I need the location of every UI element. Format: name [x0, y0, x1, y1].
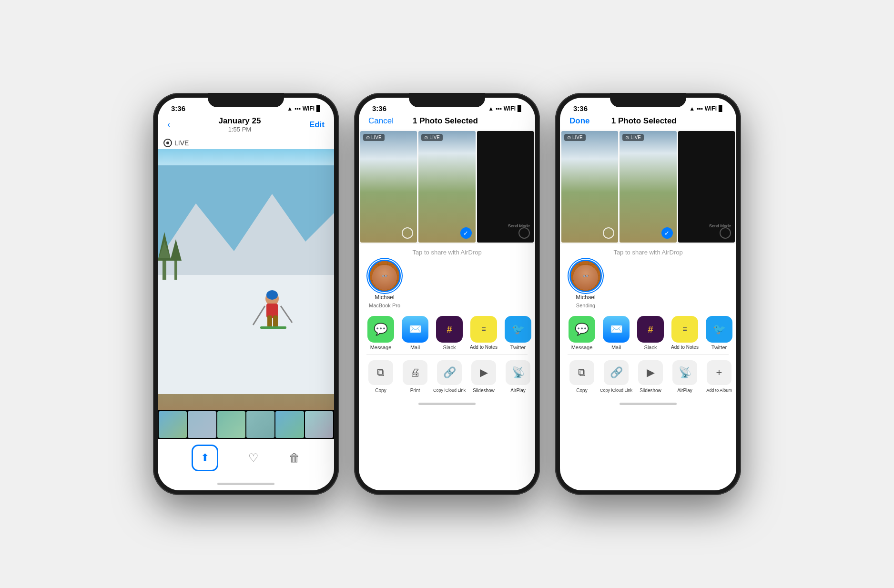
nav-subtitle: 1:55 PM — [219, 126, 261, 133]
photo-actions: ⬆ ♡ 🗑 — [158, 439, 334, 477]
back-button[interactable]: ‹ — [167, 120, 170, 130]
nav-date: January 25 — [219, 116, 261, 126]
thumb-2 — [188, 411, 216, 438]
share-button[interactable]: ⬆ — [192, 445, 218, 471]
strip-photo-3c[interactable]: Send Mode — [678, 131, 735, 243]
main-photo-1 — [158, 149, 334, 410]
add-album-label: Add to Album — [706, 388, 732, 393]
strip-photo-1[interactable]: ⊙ LIVE — [360, 131, 417, 243]
live-text-small-2: LIVE — [429, 135, 440, 140]
live-icon-3: ⊙ — [567, 135, 571, 140]
strip-photo-3a[interactable]: ⊙ LIVE — [561, 131, 618, 243]
nav-title-1: January 25 1:55 PM — [219, 116, 261, 133]
twitter-icon-3: 🐦 — [706, 316, 732, 343]
action-airplay-3[interactable]: 📡 AirPlay — [668, 360, 702, 393]
app-notes-2[interactable]: ≡ Add to Notes — [467, 316, 501, 350]
slideshow-icon: ▶ — [471, 360, 496, 385]
action-copy-3[interactable]: ⧉ Copy — [565, 360, 599, 393]
notes-label: Add to Notes — [470, 345, 498, 350]
share-title-2: 1 Photo Selected — [413, 116, 478, 126]
airdrop-sub-3: Sending — [576, 303, 595, 308]
action-icloud-3[interactable]: 🔗 Copy iCloud Link — [599, 360, 633, 393]
live-icon-3b: ⊙ — [625, 135, 629, 140]
delete-button[interactable]: 🗑 — [289, 451, 300, 465]
slideshow-label: Slideshow — [473, 388, 495, 393]
strip-photo-2[interactable]: ⊙ LIVE ✓ — [418, 131, 475, 243]
status-icons-1: ▲ ▪▪▪ WiFi ▊ — [287, 105, 321, 112]
favorite-button[interactable]: ♡ — [248, 451, 259, 465]
app-slack-3[interactable]: # Slack — [633, 316, 668, 350]
app-message-2[interactable]: 💬 Message — [364, 316, 398, 350]
wifi-icon: WiFi — [303, 105, 315, 112]
cancel-button-2[interactable]: Cancel — [368, 116, 394, 126]
wifi-icon-3: WiFi — [705, 105, 717, 112]
app-mail-2[interactable]: ✉️ Mail — [398, 316, 432, 350]
edit-button[interactable]: Edit — [309, 120, 325, 130]
battery-icon: ▊ — [316, 105, 321, 112]
thumb-5 — [275, 411, 304, 438]
location-icon-3: ▲ — [689, 105, 695, 112]
airdrop-sub-2: MacBook Pro — [369, 303, 400, 308]
home-indicator-3 — [560, 397, 736, 410]
slack-label: Slack — [443, 345, 456, 350]
add-album-icon: + — [707, 360, 731, 385]
mail-icon: ✉️ — [402, 316, 428, 343]
app-slack-2[interactable]: # Slack — [432, 316, 467, 350]
action-print-2[interactable]: 🖨 Print — [398, 360, 432, 393]
app-mail-3[interactable]: ✉️ Mail — [599, 316, 633, 350]
share-icon: ⬆ — [201, 452, 209, 464]
airdrop-label-2: Tap to share with AirDrop — [366, 249, 528, 256]
wifi-icon-2: WiFi — [504, 105, 516, 112]
live-badge-1: LIVE — [158, 137, 334, 149]
airdrop-avatars-3: 👓 Michael Sending — [568, 260, 729, 308]
print-icon: 🖨 — [403, 360, 427, 385]
app-notes-3[interactable]: ≡ Add to Notes — [668, 316, 702, 350]
svg-rect-13 — [260, 326, 286, 329]
slack-label-3: Slack — [644, 345, 657, 350]
app-message-3[interactable]: 💬 Message — [565, 316, 599, 350]
print-label: Print — [410, 388, 420, 393]
action-add-album-3[interactable]: + Add to Album — [702, 360, 736, 393]
thumbnail-strip — [158, 410, 334, 439]
live-dot-icon — [163, 139, 172, 147]
app-icons-row-3: 💬 Message ✉️ Mail # Slack ≡ Add — [560, 311, 736, 352]
airdrop-section-3: Tap to share with AirDrop 👓 Michael Send… — [560, 244, 736, 311]
action-slideshow-2[interactable]: ▶ Slideshow — [467, 360, 501, 393]
app-twitter-3[interactable]: 🐦 Twitter — [702, 316, 736, 350]
airdrop-name-2: Michael — [375, 294, 394, 301]
nav-bar-1: ‹ January 25 1:55 PM Edit — [158, 114, 334, 137]
notes-icon-3: ≡ — [671, 316, 698, 343]
slack-icon-3: # — [637, 316, 664, 343]
status-icons-2: ▲ ▪▪▪ WiFi ▊ — [488, 105, 522, 112]
notes-icon: ≡ — [470, 316, 497, 343]
thumb-3 — [217, 411, 245, 438]
selected-check: ✓ — [460, 227, 472, 239]
done-button-3[interactable]: Done — [569, 116, 590, 126]
photo-strip-2: ⊙ LIVE ⊙ LIVE ✓ Send Mode — [359, 130, 535, 244]
thumb-4 — [246, 411, 274, 438]
airdrop-person-michael-2[interactable]: 👓 Michael MacBook Pro — [368, 260, 401, 308]
airdrop-person-michael-3[interactable]: 👓 Michael Sending — [569, 260, 602, 308]
live-badge-small-3b: ⊙ LIVE — [622, 134, 644, 141]
svg-rect-11 — [267, 315, 272, 327]
twitter-icon: 🐦 — [505, 316, 531, 343]
action-slideshow-3[interactable]: ▶ Slideshow — [633, 360, 668, 393]
location-icon-2: ▲ — [488, 105, 494, 112]
svg-rect-2 — [158, 275, 334, 394]
strip-photo-3[interactable]: Send Mode — [477, 131, 534, 243]
divider-3 — [568, 354, 729, 355]
message-icon-3: 💬 — [569, 316, 595, 343]
action-icloud-2[interactable]: 🔗 Copy iCloud Link — [432, 360, 467, 393]
airdrop-avatar-michael-3: 👓 — [569, 260, 602, 292]
home-bar-3 — [620, 403, 677, 405]
app-icons-row-2: 💬 Message ✉️ Mail # Slack ≡ Add — [359, 311, 535, 352]
action-airplay-2[interactable]: 📡 AirPlay — [501, 360, 535, 393]
action-copy-2[interactable]: ⧉ Copy — [364, 360, 398, 393]
status-icons-3: ▲ ▪▪▪ WiFi ▊ — [689, 105, 723, 112]
divider-2 — [366, 354, 528, 355]
photo-strip-3: ⊙ LIVE ⊙ LIVE ✓ Send Mode — [560, 130, 736, 244]
app-twitter-2[interactable]: 🐦 Twitter — [501, 316, 535, 350]
icloud-link-label: Copy iCloud Link — [433, 388, 466, 393]
twitter-label: Twitter — [510, 345, 526, 350]
strip-photo-3b[interactable]: ⊙ LIVE ✓ — [620, 131, 676, 243]
